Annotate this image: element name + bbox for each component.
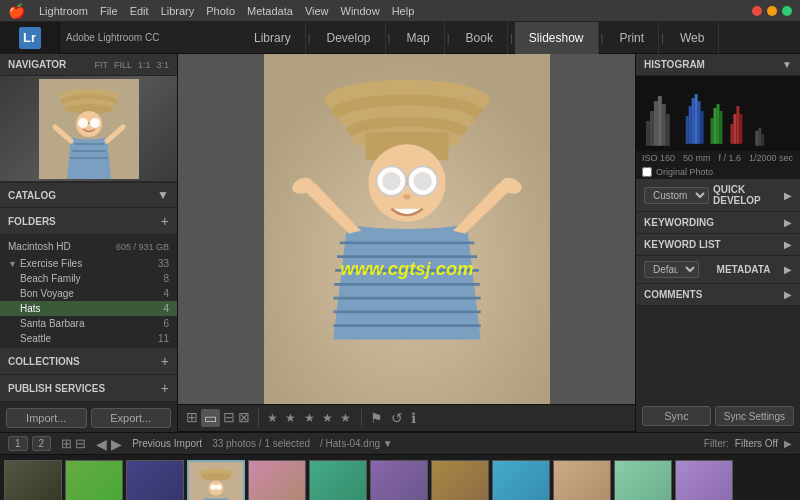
svg-rect-46 [662, 104, 666, 146]
svg-rect-53 [701, 111, 704, 144]
folders-section-header[interactable]: Folders + [0, 208, 177, 235]
menu-photo[interactable]: Photo [206, 5, 235, 17]
film-thumb-12[interactable] [675, 460, 733, 501]
survey-view-icon[interactable]: ⊠ [238, 409, 250, 427]
list-icon[interactable]: ⊟ [75, 436, 86, 451]
navigator-thumbnail [0, 76, 177, 181]
comments-toggle-icon: ▶ [784, 289, 792, 300]
list-item[interactable]: Beach Family 8 [0, 271, 177, 286]
menu-window[interactable]: Window [341, 5, 380, 17]
histogram-header[interactable]: Histogram ▼ [636, 54, 800, 76]
metadata-preset-select[interactable]: Default [644, 261, 699, 278]
page-2-button[interactable]: 2 [32, 436, 52, 451]
film-thumb-4[interactable] [187, 460, 245, 501]
rotate-icon[interactable]: ↺ [391, 410, 403, 426]
folder-name: Bon Voyage [20, 288, 163, 299]
window-controls [752, 6, 792, 16]
keywording-header[interactable]: Keywording ▶ [636, 212, 800, 234]
menu-view[interactable]: View [305, 5, 329, 17]
page-1-button[interactable]: 1 [8, 436, 28, 451]
loupe-view-icon[interactable]: ▭ [201, 409, 220, 427]
film-thumb-1[interactable] [4, 460, 62, 501]
tab-slideshow[interactable]: Slideshow [515, 22, 599, 54]
list-item[interactable]: Bon Voyage 4 [0, 286, 177, 301]
original-photo-checkbox[interactable] [642, 167, 652, 177]
previous-import-label[interactable]: Previous Import [132, 438, 202, 449]
menu-metadata[interactable]: Metadata [247, 5, 293, 17]
collections-section-header[interactable]: Collections + [0, 348, 177, 375]
nav-fit[interactable]: FIT [94, 60, 108, 70]
export-button[interactable]: Export... [91, 408, 172, 428]
nav-arrows: ◀ ▶ [96, 436, 122, 452]
navigator-header[interactable]: Navigator FIT FILL 1:1 3:1 [0, 54, 177, 76]
app-name: Adobe Lightroom CC [66, 32, 159, 43]
comments-header[interactable]: Comments ▶ [636, 284, 800, 306]
folders-add-button[interactable]: + [161, 213, 169, 229]
film-thumb-11[interactable] [614, 460, 672, 501]
svg-rect-47 [666, 114, 670, 146]
catalog-toggle-icon: ▼ [157, 188, 169, 202]
tab-print[interactable]: Print [605, 22, 659, 54]
keyword-list-header[interactable]: Keyword List ▶ [636, 234, 800, 256]
quick-develop-preset-select[interactable]: Custom [644, 187, 709, 204]
tab-web[interactable]: Web [666, 22, 719, 54]
film-thumb-8[interactable] [431, 460, 489, 501]
next-arrow-icon[interactable]: ▶ [111, 436, 122, 452]
tab-map[interactable]: Map [392, 22, 444, 54]
list-item[interactable]: Hats 4 [0, 301, 177, 316]
import-button[interactable]: Import... [6, 408, 87, 428]
flag-icon[interactable]: ⚑ [370, 410, 383, 426]
keyword-list-toggle-icon: ▶ [784, 239, 792, 250]
compare-view-icon[interactable]: ⊟ [223, 409, 235, 427]
film-thumb-10[interactable] [553, 460, 611, 501]
film-thumb-7[interactable] [370, 460, 428, 501]
menu-file[interactable]: File [100, 5, 118, 17]
tab-book[interactable]: Book [452, 22, 508, 54]
histogram-title: Histogram [644, 59, 705, 70]
film-thumb-9[interactable] [492, 460, 550, 501]
close-window-icon[interactable] [752, 6, 762, 16]
info-icon[interactable]: ℹ [411, 410, 416, 426]
metadata-title: Metadata [717, 264, 771, 275]
quick-develop-header[interactable]: Custom Quick Develop ▶ [636, 179, 800, 212]
menu-help[interactable]: Help [392, 5, 415, 17]
menu-library[interactable]: Library [161, 5, 195, 17]
svg-rect-57 [719, 111, 722, 144]
prev-arrow-icon[interactable]: ◀ [96, 436, 107, 452]
list-item[interactable]: ▼ Exercise Files 33 [0, 256, 177, 271]
maximize-window-icon[interactable] [782, 6, 792, 16]
svg-rect-51 [695, 94, 698, 144]
nav-3to1[interactable]: 3:1 [156, 60, 169, 70]
film-thumb-6[interactable] [309, 460, 367, 501]
menu-lightroom[interactable]: Lightroom [39, 5, 88, 17]
metadata-header[interactable]: Default Metadata ▶ [636, 256, 800, 284]
film-thumb-3[interactable] [126, 460, 184, 501]
folder-count: 6 [163, 318, 169, 329]
grid-icon[interactable]: ⊞ [61, 436, 72, 451]
sync-settings-button[interactable]: Sync Settings [715, 406, 794, 426]
grid-view-icon[interactable]: ⊞ [186, 409, 198, 427]
filter-value[interactable]: Filters Off [735, 438, 778, 449]
catalog-section-header[interactable]: Catalog ▼ [0, 183, 177, 208]
nav-fill[interactable]: FILL [114, 60, 132, 70]
histogram-svg [636, 76, 800, 151]
collections-add-button[interactable]: + [161, 353, 169, 369]
svg-point-7 [90, 118, 100, 128]
tab-develop[interactable]: Develop [313, 22, 386, 54]
folders-title: Folders [8, 216, 56, 227]
star-rating[interactable]: ★ ★ ★ ★ ★ [267, 411, 353, 425]
film-thumb-5[interactable] [248, 460, 306, 501]
publish-services-header[interactable]: Publish Services + [0, 375, 177, 402]
sync-button[interactable]: Sync [642, 406, 711, 426]
apple-icon[interactable]: 🍎 [8, 3, 25, 19]
menu-edit[interactable]: Edit [130, 5, 149, 17]
publish-services-add-button[interactable]: + [161, 380, 169, 396]
film-thumb-2[interactable] [65, 460, 123, 501]
tab-library[interactable]: Library [240, 22, 306, 54]
list-item[interactable]: Santa Barbara 6 [0, 316, 177, 331]
minimize-window-icon[interactable] [767, 6, 777, 16]
nav-1to1[interactable]: 1:1 [138, 60, 151, 70]
filter-toggle-icon[interactable]: ▶ [784, 438, 792, 449]
svg-rect-58 [730, 124, 733, 144]
list-item[interactable]: Seattle 11 [0, 331, 177, 346]
